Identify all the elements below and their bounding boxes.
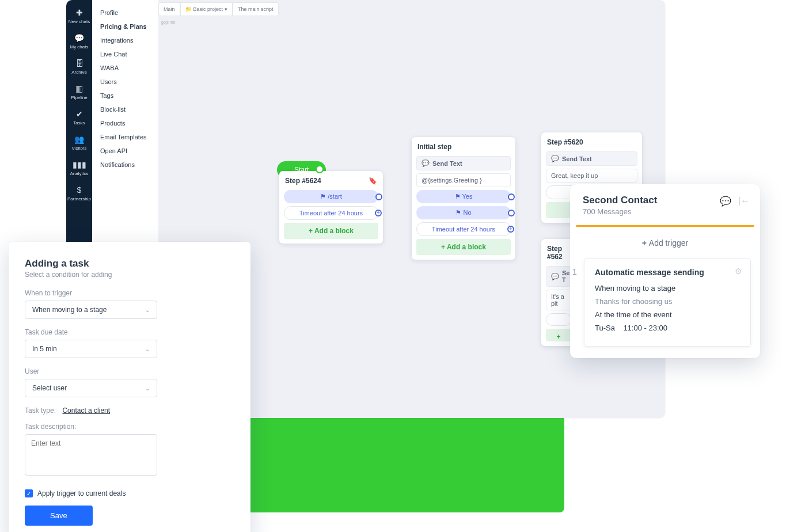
nav-label: My chats — [70, 44, 88, 50]
menu-pricing[interactable]: Pricing & Plans — [92, 20, 158, 33]
save-button[interactable]: Save — [25, 506, 93, 526]
bookmark-icon[interactable]: 🔖 — [369, 177, 377, 185]
menu-tags[interactable]: Tags — [92, 89, 158, 102]
step-action[interactable]: 💬 Send T — [546, 266, 571, 287]
watermark: gojs.net — [161, 20, 176, 24]
step-timeout-pill[interactable]: Timeout after 24 hours + — [416, 222, 511, 236]
breadcrumb-main[interactable]: Main — [158, 2, 180, 16]
output-port[interactable] — [375, 193, 382, 200]
flow-step-5624[interactable]: Step #5624 🔖 ⚑ /start Timeout after 24 h… — [279, 171, 383, 244]
nav-archive[interactable]: 🗄 Archive — [66, 55, 92, 78]
step-action[interactable]: 💬 Send Text — [546, 151, 637, 166]
message-icon: 💬 — [422, 159, 430, 167]
when-trigger-select[interactable]: When moving to a stage ⌄ — [25, 301, 157, 319]
step-timeout-label: Timeout after 24 hours — [299, 210, 363, 216]
add-port-icon[interactable]: + — [375, 210, 382, 216]
checkbox-checked-icon[interactable]: ✓ — [25, 489, 33, 497]
step-timeout-pill[interactable]: Timeout after 24 hours + — [284, 206, 378, 220]
step-no-label: No — [464, 209, 472, 216]
nav-label: Pipeline — [71, 95, 87, 100]
output-port[interactable] — [508, 193, 515, 200]
chat-bubble-icon[interactable]: 💬 — [720, 196, 731, 207]
users-icon: 👥 — [75, 135, 84, 144]
nav-label: Partnership — [67, 196, 91, 202]
menu-block-list[interactable]: Block-list — [92, 102, 158, 116]
nav-analytics[interactable]: ▮▮▮ Analytics — [66, 157, 92, 180]
step-header: Step #5624 🔖 — [284, 176, 378, 187]
trigger-condition: When moving to a stage — [595, 284, 740, 292]
nav-visitors[interactable]: 👥 Visitors — [66, 131, 92, 154]
task-type-label: Task type: — [25, 406, 56, 415]
archive-icon: 🗄 — [75, 59, 84, 68]
breadcrumb-label: The main script — [238, 6, 274, 12]
menu-live-chat[interactable]: Live Chat — [92, 47, 158, 61]
add-block-button[interactable]: + Add a block — [284, 223, 378, 239]
step-pill-partial[interactable] — [546, 313, 571, 326]
nav-partnership[interactable]: $ Partnership — [66, 182, 92, 205]
step-yes-pill[interactable]: ⚑ Yes — [416, 190, 511, 203]
start-output-port[interactable] — [316, 165, 324, 173]
step-timeout-label: Timeout after 24 hours — [432, 226, 495, 233]
add-block-button[interactable]: + Add a block — [416, 239, 511, 255]
menu-email-templates[interactable]: Email Templates — [92, 130, 158, 144]
step-yes-label: Yes — [462, 193, 472, 200]
chevron-down-icon: ⌄ — [145, 346, 150, 352]
output-port[interactable] — [508, 210, 515, 216]
task-type-link[interactable]: Contact a client — [62, 406, 110, 415]
breadcrumb-label: Basic project — [193, 6, 223, 12]
step-header: Initial step — [416, 142, 511, 153]
task-description-input[interactable] — [25, 434, 157, 476]
nav-tasks[interactable]: ✔ Tasks — [66, 106, 92, 129]
message-icon: 💬 — [551, 155, 559, 162]
message-icon: 💬 — [551, 273, 559, 280]
schedule-hours: 11:00 - 23:00 — [623, 324, 667, 332]
menu-profile[interactable]: Profile — [92, 6, 158, 20]
trigger-card[interactable]: ⚙ Automatic message sending When moving … — [584, 258, 751, 347]
add-trigger-button[interactable]: Add trigger — [570, 233, 760, 253]
add-port-icon[interactable]: + — [507, 226, 514, 233]
menu-notifications[interactable]: Notifications — [92, 158, 158, 172]
due-date-select[interactable]: In 5 min ⌄ — [25, 340, 157, 358]
step-no-pill[interactable]: ⚑ No — [416, 206, 511, 219]
step-command-pill[interactable]: ⚑ /start — [284, 190, 378, 203]
nav-new-chats[interactable]: ✚ New chats — [66, 5, 92, 28]
breadcrumb-project[interactable]: 📁 Basic project ▾ — [180, 2, 233, 16]
flow-step-initial[interactable]: Initial step 💬 Send Text @{settings.Gree… — [412, 137, 515, 260]
folder-icon: 📁 — [185, 6, 192, 12]
trigger-schedule-value: Tu-Sa 11:00 - 23:00 — [595, 324, 740, 332]
modal-title: Adding a task — [25, 258, 234, 269]
select-value: In 5 min — [32, 345, 57, 353]
chevron-down-icon: ⌄ — [145, 385, 150, 392]
breadcrumb: Main 📁 Basic project ▾ The main script — [158, 2, 279, 16]
trigger-schedule-title: At the time of the event — [595, 310, 740, 319]
nav-pipeline[interactable]: ▥ Pipeline — [66, 81, 92, 104]
user-select[interactable]: Select user ⌄ — [25, 379, 157, 397]
collapse-icon[interactable]: |← — [738, 196, 750, 207]
step-variable[interactable]: @{settings.Greeting } — [416, 173, 511, 187]
trigger-header: Second Contact 700 Messages 💬 |← — [570, 184, 760, 222]
task-description-label: Task description: — [25, 423, 234, 431]
step-action-label: Send Text — [432, 160, 462, 167]
step-value[interactable]: It's a pit — [546, 290, 571, 310]
menu-integrations[interactable]: Integrations — [92, 33, 158, 47]
add-task-modal: Adding a task Select a condition for add… — [9, 242, 250, 532]
breadcrumb-script[interactable]: The main script — [233, 2, 279, 16]
step-value[interactable]: Great, keep it up — [546, 169, 637, 183]
nav-my-chats[interactable]: 💬 My chats — [66, 30, 92, 53]
task-type-row: Task type: Contact a client — [25, 406, 234, 415]
schedule-days: Tu-Sa — [595, 324, 615, 332]
menu-products[interactable]: Products — [92, 116, 158, 130]
green-backdrop — [242, 415, 564, 512]
select-value: Select user — [32, 384, 67, 392]
apply-trigger-checkbox-row[interactable]: ✓ Apply trigger to current deals — [25, 489, 234, 497]
add-block-button[interactable]: + — [546, 329, 571, 341]
chat-plus-icon: ✚ — [75, 8, 84, 17]
chevron-down-icon: ▾ — [225, 6, 227, 12]
nav-label: Archive — [71, 70, 87, 75]
trigger-message-count: 700 Messages — [583, 207, 747, 216]
menu-users[interactable]: Users — [92, 75, 158, 89]
menu-waba[interactable]: WABA — [92, 61, 158, 75]
step-action[interactable]: 💬 Send Text — [416, 156, 511, 170]
menu-open-api[interactable]: Open API — [92, 144, 158, 158]
gear-icon[interactable]: ⚙ — [735, 267, 742, 276]
